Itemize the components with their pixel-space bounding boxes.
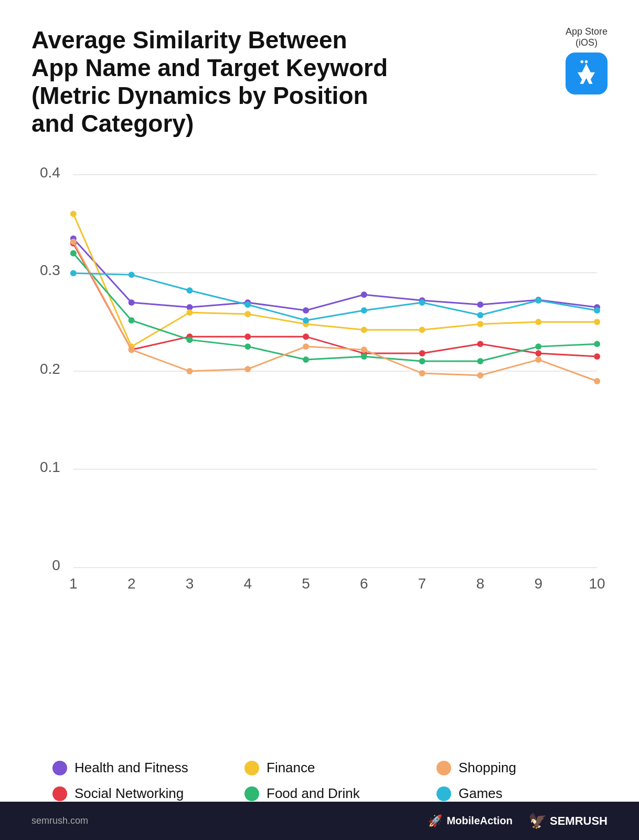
y-label-01: 0.1 <box>40 458 60 475</box>
dot-fin-10 <box>594 319 600 325</box>
dot-sh-9 <box>535 356 541 363</box>
x-label-3: 3 <box>186 575 194 592</box>
dot-fin-4 <box>244 311 251 317</box>
dot-sh-2 <box>129 346 135 353</box>
dot-sh-8 <box>477 372 483 379</box>
dot-g-8 <box>477 312 483 318</box>
dot-fin-7 <box>419 327 425 333</box>
legend-label-games: Games <box>459 785 503 802</box>
dot-fin-8 <box>477 321 483 327</box>
x-label-9: 9 <box>534 575 542 592</box>
line-shopping <box>73 242 597 381</box>
dot-sh-1 <box>70 238 77 245</box>
dot-sh-5 <box>303 343 309 350</box>
svg-point-1 <box>581 60 584 63</box>
dot-sn-5 <box>303 333 309 340</box>
dot-sn-10 <box>594 353 600 360</box>
semrush-label: SEMRUSH <box>550 814 608 828</box>
dot-sh-10 <box>594 378 600 384</box>
app-store-label: App Store(iOS) <box>566 26 608 48</box>
dot-fd-6 <box>361 353 367 360</box>
dot-fd-10 <box>594 341 600 347</box>
dot-fd-4 <box>244 343 251 350</box>
chart-title: Average Similarity Between App Name and … <box>31 26 388 138</box>
dot-g-4 <box>244 301 251 308</box>
header: Average Similarity Between App Name and … <box>31 26 608 138</box>
y-label-0: 0 <box>52 557 60 573</box>
legend-dot-shopping <box>436 761 451 775</box>
legend-dot-games <box>436 786 451 801</box>
footer-logos: 🚀 MobileAction 🦅 SEMRUSH <box>428 812 608 830</box>
line-health-fitness <box>73 238 597 310</box>
mobile-action-icon: 🚀 <box>428 814 442 828</box>
dot-fd-3 <box>186 337 193 343</box>
dot-fd-7 <box>419 358 425 364</box>
x-label-8: 8 <box>476 575 485 592</box>
x-label-4: 4 <box>243 575 252 592</box>
legend-item-health-fitness: Health and Fitness <box>52 760 223 776</box>
legend-label-finance: Finance <box>267 760 315 776</box>
dot-fin-3 <box>186 309 193 316</box>
line-games <box>73 273 597 320</box>
app-store-icon <box>566 52 608 94</box>
legend-dot-food-drink <box>244 786 259 801</box>
svg-point-0 <box>585 60 588 63</box>
dot-hf-5 <box>303 307 309 313</box>
dot-sn-4 <box>244 333 251 340</box>
legend-label-shopping: Shopping <box>459 760 516 776</box>
dot-fin-6 <box>361 327 367 333</box>
mobile-action-label: MobileAction <box>446 815 513 827</box>
dot-hf-6 <box>361 291 367 298</box>
legend: Health and Fitness Finance Shopping Soci… <box>31 760 608 802</box>
legend-item-finance: Finance <box>244 760 416 776</box>
semrush-icon: 🦅 <box>528 812 547 830</box>
legend-dot-social-networking <box>52 786 67 801</box>
y-label-03: 0.3 <box>40 262 60 278</box>
dot-g-10 <box>594 307 600 313</box>
dot-fin-9 <box>535 319 541 325</box>
dot-g-2 <box>129 271 135 278</box>
mobile-action-logo: 🚀 MobileAction <box>428 814 513 828</box>
dot-fd-2 <box>129 317 135 323</box>
legend-dot-finance <box>244 761 259 775</box>
line-social-networking <box>73 243 597 356</box>
x-label-1: 1 <box>69 575 78 592</box>
footer: semrush.com 🚀 MobileAction 🦅 SEMRUSH <box>0 802 639 840</box>
legend-label-food-drink: Food and Drink <box>267 785 360 802</box>
dot-hf-2 <box>129 299 135 306</box>
dot-g-5 <box>303 317 309 323</box>
dot-sh-7 <box>419 370 425 376</box>
x-label-10: 10 <box>589 575 605 592</box>
footer-website: semrush.com <box>31 815 88 826</box>
dot-sh-6 <box>361 346 367 353</box>
dot-g-6 <box>361 307 367 313</box>
legend-dot-health-fitness <box>52 761 67 775</box>
legend-item-shopping: Shopping <box>436 760 608 776</box>
chart-svg: 0.4 0.3 0.2 0.1 0 1 2 3 4 5 6 7 8 9 10 <box>31 159 608 605</box>
x-label-5: 5 <box>302 575 310 592</box>
dot-fd-9 <box>535 343 541 350</box>
legend-label-health-fitness: Health and Fitness <box>74 760 188 776</box>
dot-sh-4 <box>244 366 251 372</box>
x-label-7: 7 <box>418 575 427 592</box>
dot-g-1 <box>70 270 77 276</box>
dot-sn-7 <box>419 350 425 356</box>
dot-sn-9 <box>535 350 541 356</box>
dot-g-3 <box>186 287 193 293</box>
app-store-badge: App Store(iOS) <box>566 26 608 94</box>
legend-item-social-networking: Social Networking <box>52 785 223 802</box>
x-label-6: 6 <box>360 575 368 592</box>
dot-hf-8 <box>477 301 483 308</box>
dot-g-9 <box>535 297 541 303</box>
y-label-02: 0.2 <box>40 361 60 377</box>
dot-sh-3 <box>186 368 193 374</box>
dot-fd-8 <box>477 358 483 364</box>
legend-label-social-networking: Social Networking <box>74 785 184 802</box>
chart-area: 0.4 0.3 0.2 0.1 0 1 2 3 4 5 6 7 8 9 10 <box>31 159 608 744</box>
dot-fd-5 <box>303 356 309 363</box>
dot-fin-1 <box>70 211 77 217</box>
x-label-2: 2 <box>127 575 136 592</box>
legend-item-food-drink: Food and Drink <box>244 785 416 802</box>
dot-g-7 <box>419 299 425 306</box>
y-label-04: 0.4 <box>40 164 60 180</box>
